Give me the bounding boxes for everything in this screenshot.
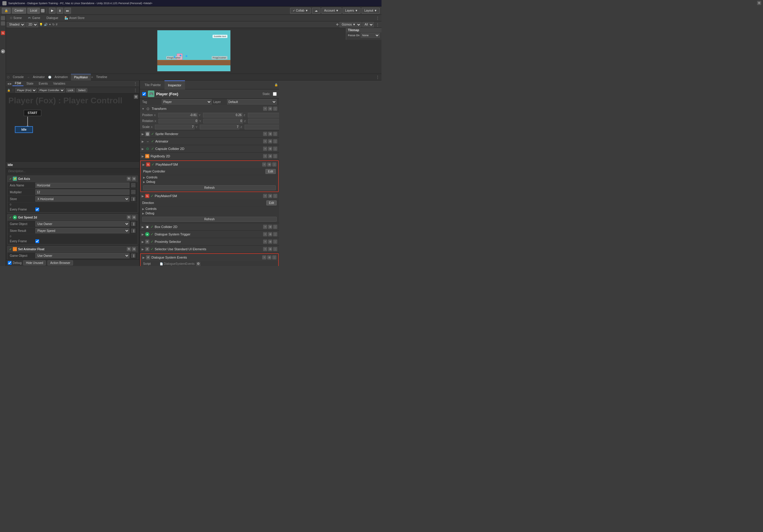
tab-inspector[interactable]: Inspector xyxy=(164,80,185,89)
transform-more-btn[interactable]: ⋮ xyxy=(273,107,277,111)
fsm-forward-btn[interactable]: ▶ xyxy=(10,82,12,85)
tab-dialogue[interactable]: Dialogue xyxy=(44,15,61,21)
tab-console[interactable]: Console xyxy=(10,74,27,80)
tab-scene[interactable]: ⬡ Scene xyxy=(7,15,25,21)
sprite-help-btn[interactable]: ? xyxy=(263,132,267,136)
capsule-header[interactable]: ▶ ⊙ ✓ Capsule Collider 2D ? ⚙ ⋮ xyxy=(140,145,279,152)
sidebar-red-icon[interactable]: 玩 xyxy=(1,31,5,35)
rot-y-input[interactable] xyxy=(203,119,243,124)
rb-settings-btn[interactable]: ⚙ xyxy=(268,154,272,158)
anim-help-btn[interactable]: ? xyxy=(263,139,267,144)
tab-animation[interactable]: Animation xyxy=(52,74,71,80)
refresh-btn-1[interactable]: Refresh xyxy=(143,185,276,190)
rot-x-input[interactable] xyxy=(159,119,198,124)
rigidbody-header[interactable]: ▶ rb Rigidbody 2D ? ⚙ ⋮ xyxy=(140,153,279,160)
fsm-tab-fsm[interactable]: FSM xyxy=(13,81,24,86)
pause-button[interactable]: ⏸ xyxy=(57,8,63,14)
capsule-more-btn[interactable]: ⋮ xyxy=(273,147,277,151)
scale-z-input[interactable] xyxy=(245,125,279,130)
fsm-tab-variables[interactable]: Variables xyxy=(51,81,68,86)
ps-help-btn[interactable]: ? xyxy=(263,240,267,244)
box-collider-header[interactable]: ▶ ▣ ✓ Box Collider 2D ? ⚙ ⋮ xyxy=(140,223,279,230)
pfm1-help-btn[interactable]: ? xyxy=(262,162,266,166)
transform-help-btn[interactable]: ? xyxy=(263,107,267,111)
gizmos-select[interactable]: Gizmos ▼ xyxy=(340,22,361,27)
playmaker-fsm-2-header[interactable]: ▶ 玩 ✓ PlayMakerFSM ? ⚙ ⋮ xyxy=(140,192,279,199)
layers-button[interactable]: Layers ▼ xyxy=(343,8,361,14)
rb-more-btn[interactable]: ⋮ xyxy=(273,154,277,158)
dt-help-btn[interactable]: ? xyxy=(263,232,267,236)
get-axis-gear-icon[interactable]: ⚙ xyxy=(132,177,136,181)
fsm-start-node[interactable]: START xyxy=(24,110,41,116)
sprite-more-btn[interactable]: ⋮ xyxy=(273,132,277,136)
store-result-scroll[interactable]: ▐ xyxy=(131,229,135,233)
ps-more-btn[interactable]: ⋮ xyxy=(273,240,277,244)
fsm-graph[interactable]: Player (Fox) : Player Controll START Idl… xyxy=(6,93,139,162)
shaded-select[interactable]: Shaded xyxy=(7,22,25,27)
animator-header[interactable]: ▶ → ✓ Animator ? ⚙ ⋮ xyxy=(140,138,279,145)
pfm2-help-btn[interactable]: ? xyxy=(263,194,267,198)
refresh-btn-2[interactable]: Refresh xyxy=(142,217,277,222)
bottom-tab-more[interactable]: ⋮ xyxy=(375,75,380,79)
ps-settings-btn[interactable]: ⚙ xyxy=(268,240,272,244)
sui-help-btn[interactable]: ? xyxy=(263,247,267,251)
pfm2-more-btn[interactable]: ⋮ xyxy=(273,194,277,198)
transform-settings-btn[interactable]: ⚙ xyxy=(268,107,272,111)
transform-local-button[interactable]: Local xyxy=(27,8,40,14)
2d-select[interactable]: 2D xyxy=(27,22,38,27)
sui-settings-btn[interactable]: ⚙ xyxy=(268,247,272,251)
direction-edit-btn[interactable]: Edit xyxy=(266,200,277,205)
box-help-btn[interactable]: ? xyxy=(263,225,267,229)
player-controller-edit-btn[interactable]: Edit xyxy=(266,169,276,174)
scale-y-input[interactable] xyxy=(200,125,239,130)
axis-name-input[interactable] xyxy=(35,182,130,188)
store-scrollbar[interactable]: ▐ xyxy=(131,197,135,201)
cloud-button[interactable]: ☁ xyxy=(312,8,320,14)
set-anim-scroll[interactable]: ▐ xyxy=(131,254,135,258)
debug-checkbox[interactable] xyxy=(8,261,12,265)
transform-header[interactable]: ▼ ⬡ Transform ? ⚙ ⋮ xyxy=(140,105,279,112)
get-speed-gameobj-select[interactable]: Use Owner xyxy=(35,221,130,227)
action-browser-btn[interactable]: Action Browser xyxy=(48,261,73,266)
selector-ui-header[interactable]: ▶ # ✓ Selector Use Standard UI Elements … xyxy=(140,246,279,253)
tab-more-button[interactable]: ⋮ xyxy=(375,16,380,20)
layer-select[interactable]: Default xyxy=(227,99,277,104)
get-speed-gear-icon[interactable]: ⚙ xyxy=(132,215,136,219)
collab-button[interactable]: ✓ Collab ▼ xyxy=(290,8,311,14)
fsm-player-select[interactable]: Player (Fox) xyxy=(15,88,37,93)
pfm1-settings-btn[interactable]: ⚙ xyxy=(267,162,272,166)
pos-z-input[interactable] xyxy=(248,113,279,118)
de-more-btn[interactable]: ⋮ xyxy=(272,255,276,260)
pos-y-input[interactable] xyxy=(203,113,243,118)
account-button[interactable]: Account ▼ xyxy=(322,8,341,14)
fsm-tab-state[interactable]: State xyxy=(24,81,36,86)
play-button[interactable]: ▶ xyxy=(49,8,55,14)
get-speed-gameobj-scroll[interactable]: ▐ xyxy=(131,222,135,226)
anim-more-btn[interactable]: ⋮ xyxy=(273,139,277,144)
step-button[interactable]: ⏭ xyxy=(64,8,71,14)
proximity-header[interactable]: ▶ # ✓ Proximity Selector ? ⚙ ⋮ xyxy=(140,238,279,245)
tab-tile-palette[interactable]: Tile Palette xyxy=(141,80,164,89)
fsm-controller-select[interactable]: Player Controller xyxy=(38,88,65,93)
scene-toolbar-more[interactable]: ⋮ xyxy=(375,23,380,27)
focus-on-select[interactable]: None xyxy=(361,33,380,38)
set-animator-gear-icon[interactable]: ⚙ xyxy=(132,247,136,251)
store-result-select[interactable]: Player Speed xyxy=(35,228,130,233)
box-settings-btn[interactable]: ⚙ xyxy=(268,225,272,229)
set-animator-header[interactable]: ✓ → Set Animator Float ⧉ ⚙ xyxy=(7,246,138,252)
tab-animator[interactable]: Animator xyxy=(30,74,48,80)
sui-more-btn[interactable]: ⋮ xyxy=(273,247,277,251)
scale-x-input[interactable] xyxy=(155,125,194,130)
transform-center-button[interactable]: Center xyxy=(12,8,26,14)
sprite-renderer-header[interactable]: ▶ 🖼 ✓ Sprite Renderer ? ⚙ ⋮ xyxy=(140,130,279,138)
set-animator-copy-icon[interactable]: ⧉ xyxy=(127,247,131,251)
pos-x-input[interactable] xyxy=(158,113,198,118)
tag-select[interactable]: Player xyxy=(162,99,212,104)
pfm2-settings-btn[interactable]: ⚙ xyxy=(268,194,272,198)
tab-timeline[interactable]: Timeline xyxy=(93,74,110,80)
fsm-select-btn[interactable]: Select xyxy=(76,88,87,92)
de-help-btn[interactable]: ? xyxy=(262,255,266,260)
every-frame-check-1[interactable] xyxy=(35,207,39,211)
fsm-lock-btn[interactable]: Lock xyxy=(66,88,75,92)
dt-settings-btn[interactable]: ⚙ xyxy=(268,232,272,236)
